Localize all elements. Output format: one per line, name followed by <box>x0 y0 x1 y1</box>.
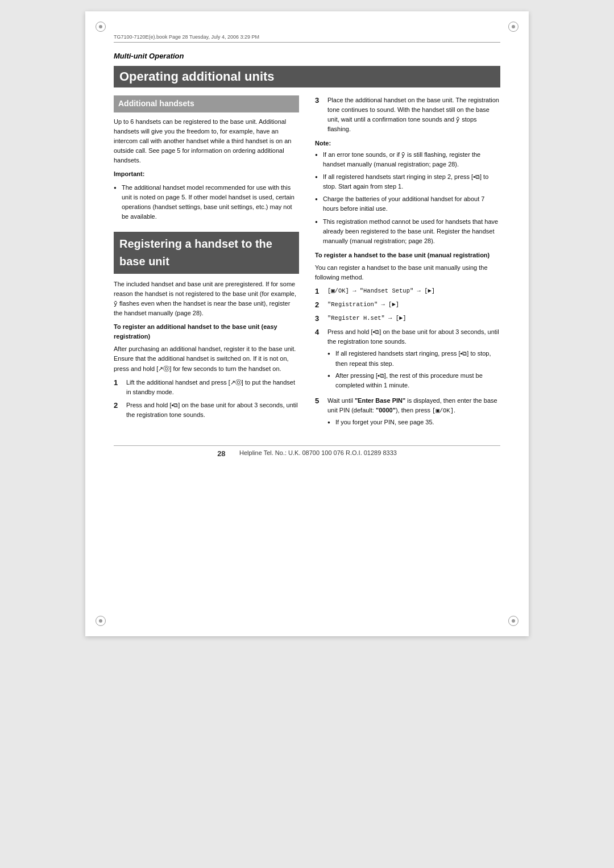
manual-step-5-bullets: If you forget your PIN, see page 35. <box>327 418 500 427</box>
manual-step-5-bold2: "0000" <box>376 407 396 414</box>
important-label: Important: <box>114 169 299 179</box>
header-meta: TG7100-7120E(e).book Page 28 Tuesday, Ju… <box>114 34 500 43</box>
manual-step-4-content: Press and hold [•⧉] on the base unit for… <box>327 327 500 392</box>
manual-step-1-num: 1 <box>315 286 325 297</box>
manual-step-4-bullets: If all registered handsets start ringing… <box>327 349 500 390</box>
important-bullets: The additional handset model recommended… <box>114 183 299 222</box>
manual-step-4-bullet-2: After pressing [•⧉], the rest of this pr… <box>327 371 500 390</box>
easy-step-2-num: 2 <box>114 400 124 420</box>
col-right: 3 Place the additional handset on the ba… <box>315 95 500 434</box>
easy-steps-list: 1 Lift the additional handset and press … <box>114 378 299 420</box>
manual-step-1-text: [▣/OK] → "Handset Setup" → [►] <box>327 286 500 297</box>
corner-mark-bl <box>96 616 106 626</box>
footer-page-num: 28 <box>217 449 225 458</box>
important-bullet-1: The additional handset model recommended… <box>114 183 299 222</box>
manual-step-4-text: Press and hold [•⧉] on the base unit for… <box>327 328 499 345</box>
easy-reg-title: To register an additional handset to the… <box>114 322 299 341</box>
content-columns: Additional handsets Up to 6 handsets can… <box>114 95 500 434</box>
subsection1-para1: Up to 6 handsets can be registered to th… <box>114 117 299 165</box>
manual-step-5-text-part4: . <box>454 407 455 414</box>
manual-reg-title: To register a handset to the base unit (… <box>315 251 500 260</box>
easy-step-1-num: 1 <box>114 378 124 397</box>
manual-step-2-num: 2 <box>315 300 325 310</box>
footer-bar: 28 Helpline Tel. No.: U.K. 08700 100 076… <box>114 445 500 458</box>
manual-step-4: 4 Press and hold [•⧉] on the base unit f… <box>315 327 500 392</box>
manual-step-5-content: Wait until "Enter Base PIN" is displayed… <box>327 396 500 429</box>
section2-title: Registering a handset to the base unit <box>114 232 299 274</box>
manual-step-5: 5 Wait until "Enter Base PIN" is display… <box>315 396 500 429</box>
manual-steps-list: 1 [▣/OK] → "Handset Setup" → [►] 2 "Regi… <box>315 286 500 429</box>
page: TG7100-7120E(e).book Page 28 Tuesday, Ju… <box>85 11 529 636</box>
manual-step-5-text-part1: Wait until <box>327 397 355 404</box>
subsection1-title: Additional handsets <box>114 95 299 112</box>
easy-step-2: 2 Press and hold [•⧉] on the base unit f… <box>114 400 299 420</box>
easy-step-2-text: Press and hold [•⧉] on the base unit for… <box>126 400 299 420</box>
manual-step-5-bold1: "Enter Base PIN" <box>355 397 405 404</box>
footer-helpline: Helpline Tel. No.: U.K. 08700 100 076 R.… <box>239 449 397 458</box>
corner-mark-tr <box>508 22 518 32</box>
note-bullet-4: This registration method cannot be used … <box>315 217 500 246</box>
manual-step-1: 1 [▣/OK] → "Handset Setup" → [►] <box>315 286 500 297</box>
manual-step-3: 3 "Register H.set" → [►] <box>315 314 500 324</box>
right-step3: 3 Place the additional handset on the ba… <box>315 95 500 134</box>
note-bullet-2: If all registered handsets start ringing… <box>315 172 500 191</box>
manual-step-4-num: 4 <box>315 327 325 392</box>
manual-step-3-text: "Register H.set" → [►] <box>327 314 500 324</box>
easy-reg-para: After purchasing an additional handset, … <box>114 344 299 373</box>
right-step3-text: Place the additional handset on the base… <box>327 95 500 134</box>
section2-para1: The included handset and base unit are p… <box>114 279 299 318</box>
manual-step-5-text-part3: ), then press <box>396 407 432 414</box>
note-bullet-3: Charge the batteries of your additional … <box>315 194 500 214</box>
corner-mark-br <box>508 616 518 626</box>
easy-step-1-text: Lift the additional handset and press [↗… <box>126 378 299 397</box>
easy-step-1: 1 Lift the additional handset and press … <box>114 378 299 397</box>
note-bullet-1: If an error tone sounds, or if ȳ is stil… <box>315 150 500 169</box>
right-step3-num: 3 <box>315 95 325 134</box>
note-bullets: If an error tone sounds, or if ȳ is stil… <box>315 150 500 245</box>
section-italic-title: Multi-unit Operation <box>114 52 500 60</box>
manual-step-4-bullet-1: If all registered handsets start ringing… <box>327 349 500 368</box>
section1-title: Operating additional units <box>114 66 500 87</box>
note-label: Note: <box>315 139 500 148</box>
manual-step-5-num: 5 <box>315 396 325 429</box>
manual-step-5-bullet-1: If you forget your PIN, see page 35. <box>327 418 500 427</box>
manual-step-5-mono: [▣/OK] <box>432 407 454 414</box>
corner-mark-tl <box>96 22 106 32</box>
manual-reg-para: You can register a handset to the base u… <box>315 263 500 282</box>
manual-step-2-text: "Registration" → [►] <box>327 300 500 310</box>
col-left: Additional handsets Up to 6 handsets can… <box>114 95 299 434</box>
manual-step-3-num: 3 <box>315 314 325 324</box>
manual-step-2: 2 "Registration" → [►] <box>315 300 500 310</box>
